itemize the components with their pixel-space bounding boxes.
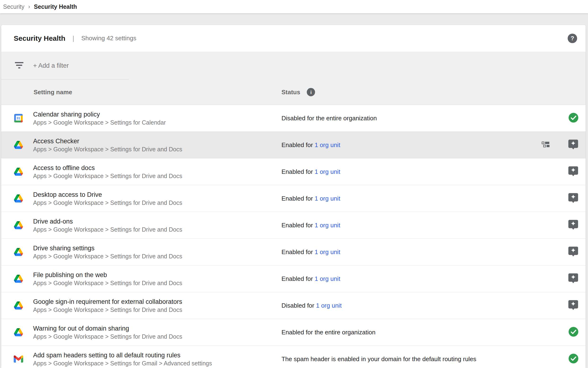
setting-path: Apps > Google Workspace > Settings for D… xyxy=(33,252,182,260)
setting-name: Access to offline docs xyxy=(33,164,182,172)
add-filter-button[interactable]: + Add a filter xyxy=(33,62,69,69)
setting-text: Access to offline docs Apps > Google Wor… xyxy=(33,164,182,180)
org-unit-link[interactable]: 1 org unit xyxy=(316,302,342,309)
org-unit-link[interactable]: 1 org unit xyxy=(315,248,340,256)
table-row[interactable]: 31 Access to offline docs Apps > Google … xyxy=(1,158,586,185)
recommendation-icon[interactable] xyxy=(568,273,579,285)
org-unit-link[interactable]: 1 org unit xyxy=(315,141,340,148)
table-row[interactable]: 31 Add spam headers setting to all defau… xyxy=(1,346,586,368)
setting-path: Apps > Google Workspace > Settings for C… xyxy=(33,119,166,126)
settings-table-body: 31 Calendar sharing policy Apps > Google… xyxy=(1,105,586,368)
setting-path: Apps > Google Workspace > Settings for D… xyxy=(33,306,182,313)
svg-text:31: 31 xyxy=(17,116,20,120)
org-unit-link[interactable]: 1 org unit xyxy=(315,168,340,175)
org-unit-link[interactable]: 1 org unit xyxy=(315,195,340,202)
setting-name: Access Checker xyxy=(33,137,182,145)
setting-text: Add spam headers setting to all default … xyxy=(33,351,212,367)
gmail-icon xyxy=(14,355,23,363)
status-text: Enabled for xyxy=(281,141,315,148)
table-row[interactable]: 31 Access Checker Apps > Google Workspac… xyxy=(1,132,586,158)
product-icon: 31 xyxy=(14,140,23,150)
table-row[interactable]: 31 Desktop access to Drive Apps > Google… xyxy=(1,185,586,212)
setting-status: Disabled for the entire organization xyxy=(281,115,377,122)
product-icon: 31 xyxy=(14,113,23,123)
status-indicator xyxy=(568,246,579,258)
setting-name: File publishing on the web xyxy=(33,271,182,279)
drive-icon xyxy=(14,141,23,149)
setting-status: Enabled for 1 org unit xyxy=(281,222,340,229)
recommendation-icon[interactable] xyxy=(568,220,579,231)
setting-path: Apps > Google Workspace > Settings for D… xyxy=(33,145,182,153)
status-text: Disabled for the entire organization xyxy=(281,115,377,122)
setting-name: Warning for out of domain sharing xyxy=(33,324,182,333)
setting-path: Apps > Google Workspace > Settings for D… xyxy=(33,199,182,206)
security-health-card: Security Health | Showing 42 settings ? … xyxy=(1,25,586,368)
table-row[interactable]: 31 Calendar sharing policy Apps > Google… xyxy=(1,105,586,132)
page-title: Security Health xyxy=(14,34,65,42)
org-unit-link[interactable]: 1 org unit xyxy=(315,275,340,282)
recommendation-icon[interactable] xyxy=(568,246,579,258)
setting-text: Drive add-ons Apps > Google Workspace > … xyxy=(33,217,182,233)
table-row[interactable]: 31 Warning for out of domain sharing App… xyxy=(1,319,586,346)
setting-text: Calendar sharing policy Apps > Google Wo… xyxy=(33,110,166,126)
breadcrumb-chevron-icon: › xyxy=(28,3,30,10)
setting-path: Apps > Google Workspace > Settings for D… xyxy=(33,279,182,287)
help-icon[interactable]: ? xyxy=(568,34,577,43)
setting-text: Google sign-in requirement for external … xyxy=(33,297,182,313)
table-row[interactable]: 31 Drive sharing settings Apps > Google … xyxy=(1,239,586,266)
setting-path: Apps > Google Workspace > Settings for G… xyxy=(33,359,212,367)
status-indicator xyxy=(568,354,579,365)
status-ok-icon xyxy=(568,354,579,365)
org-units-icon[interactable] xyxy=(542,141,551,149)
table-row[interactable]: 31 File publishing on the web Apps > Goo… xyxy=(1,266,586,292)
org-unit-link[interactable]: 1 org unit xyxy=(315,222,340,229)
status-text: Enabled for the entire organization xyxy=(281,329,376,336)
product-icon: 31 xyxy=(14,247,23,257)
product-icon: 31 xyxy=(14,167,23,176)
setting-name: Add spam headers setting to all default … xyxy=(33,351,212,359)
drive-icon xyxy=(14,194,23,202)
filter-icon[interactable] xyxy=(14,62,24,70)
status-text: Enabled for xyxy=(281,222,315,229)
table-row[interactable]: 31 Google sign-in requirement for extern… xyxy=(1,292,586,319)
setting-text: Drive sharing settings Apps > Google Wor… xyxy=(33,244,182,260)
setting-name: Desktop access to Drive xyxy=(33,190,182,199)
recommendation-icon[interactable] xyxy=(568,193,579,204)
status-indicator xyxy=(568,139,579,151)
setting-name: Drive add-ons xyxy=(33,217,182,226)
product-icon: 31 xyxy=(14,328,23,337)
setting-name: Calendar sharing policy xyxy=(33,110,166,119)
drive-icon xyxy=(14,168,23,176)
setting-status: Disabled for 1 org unit xyxy=(281,302,342,309)
info-icon[interactable]: i xyxy=(307,88,315,96)
drive-icon xyxy=(14,328,23,336)
settings-count: Showing 42 settings xyxy=(81,35,136,42)
setting-path: Apps > Google Workspace > Settings for D… xyxy=(33,226,182,233)
product-icon: 31 xyxy=(14,301,23,310)
drive-icon xyxy=(14,221,23,229)
status-indicator xyxy=(568,273,579,285)
column-status: Status i xyxy=(281,88,315,96)
breadcrumb-security-link[interactable]: Security xyxy=(3,3,24,10)
status-text: Enabled for xyxy=(281,275,315,282)
status-text: Enabled for xyxy=(281,168,315,175)
filter-and-header-zone: + Add a filter Setting name Status i xyxy=(1,52,586,105)
recommendation-icon[interactable] xyxy=(568,300,579,311)
recommendation-icon[interactable] xyxy=(568,166,579,178)
product-icon: 31 xyxy=(14,194,23,203)
setting-status: Enabled for 1 org unit xyxy=(281,168,340,175)
status-ok-icon xyxy=(568,113,579,124)
setting-name: Google sign-in requirement for external … xyxy=(33,297,182,306)
breadcrumb: Security › Security Health xyxy=(0,0,588,13)
table-row[interactable]: 31 Drive add-ons Apps > Google Workspace… xyxy=(1,212,586,239)
setting-status: Enabled for 1 org unit xyxy=(281,275,340,283)
title-divider: | xyxy=(72,35,74,42)
status-text: The spam header is enabled in your domai… xyxy=(281,355,476,363)
status-ok-icon xyxy=(568,327,579,338)
recommendation-icon[interactable] xyxy=(568,139,579,151)
status-indicator xyxy=(568,300,579,311)
column-setting-name: Setting name xyxy=(34,89,72,96)
setting-path: Apps > Google Workspace > Settings for D… xyxy=(33,333,182,340)
product-icon: 31 xyxy=(14,221,23,230)
drive-icon xyxy=(14,248,23,256)
